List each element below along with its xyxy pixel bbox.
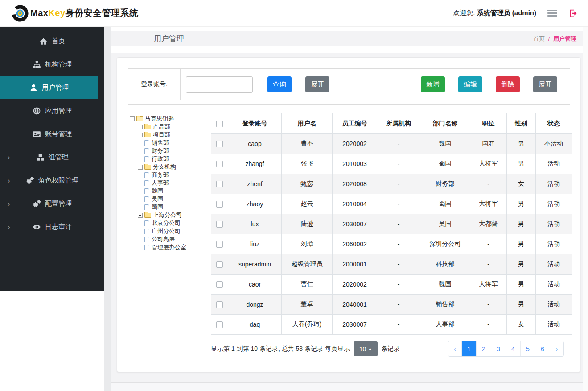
table-cell: 大都督 — [470, 214, 507, 234]
query-button[interactable]: 查询 — [267, 76, 292, 92]
tree-node[interactable]: 财务部 — [130, 147, 208, 155]
table-cell: - — [470, 315, 507, 335]
sidebar-item-config-mgmt[interactable]: ›配置管理 — [0, 192, 104, 215]
row-checkbox[interactable] — [216, 261, 223, 268]
table-row[interactable]: superadmin超级管理员2000001-科技部-男活动 — [211, 254, 572, 275]
delete-button[interactable]: 删除 — [496, 76, 520, 92]
table-row[interactable]: caor曹仁2020002-魏国大将军男活动 — [211, 275, 572, 295]
tree-expand-icon[interactable] — [138, 133, 143, 137]
page-button-4[interactable]: 4 — [506, 341, 521, 356]
row-checkbox[interactable] — [216, 161, 223, 167]
table-cell: 活动 — [536, 194, 572, 214]
content-area: 登录账号: 查询 展开 新增 编辑 删除 展开 — [111, 53, 583, 391]
row-checkbox[interactable] — [216, 241, 223, 248]
sidebar-item-org-mgmt[interactable]: 机构管理 — [0, 53, 104, 76]
tree-expand-icon[interactable] — [138, 165, 143, 170]
table-cell: - — [470, 234, 507, 254]
tree-node[interactable]: 广州分公司 — [130, 227, 208, 235]
tree-node[interactable]: 项目部 — [130, 131, 208, 139]
table-row[interactable]: liuz刘璋2060002-深圳分公司-男活动 — [211, 234, 572, 254]
tree-node[interactable]: 销售部 — [130, 139, 208, 147]
tree-node[interactable]: 行政部 — [130, 155, 208, 163]
tree-node[interactable]: 吴国 — [130, 195, 208, 203]
row-select-cell — [211, 234, 228, 254]
sidebar-item-log-audit[interactable]: ›日志审计 — [0, 215, 104, 238]
login-account-input[interactable] — [186, 76, 253, 93]
page-button-1[interactable]: 1 — [462, 341, 477, 356]
page-prev-button[interactable]: ‹ — [448, 341, 462, 356]
brand-logo[interactable]: MaxKey身份安全管理系统 — [12, 5, 139, 22]
tree-collapse-icon[interactable] — [130, 116, 135, 121]
tree-node[interactable]: 商务部 — [130, 171, 208, 179]
table-row[interactable]: caop曹丕2020002-魏国国君男不活动 — [211, 134, 572, 154]
table-cell: - — [377, 214, 420, 234]
column-header: 状态 — [536, 113, 572, 134]
tree-node[interactable]: 公司高层 — [130, 235, 208, 243]
welcome-text: 欢迎您: 系统管理员 (admin) — [453, 9, 536, 17]
tree-node[interactable]: 北京分公司 — [130, 219, 208, 227]
pagination-info: 显示第 1 到第 10 条记录, 总共 53 条记录 每页显示 10 ▲ 条记录 — [211, 341, 400, 356]
table-cell: 财务部 — [420, 174, 470, 194]
page-button-6[interactable]: 6 — [535, 341, 550, 356]
sidebar-item-home[interactable]: 首页 — [0, 29, 104, 53]
table-row[interactable]: lux陆逊2030007-吴国大都督男活动 — [211, 214, 572, 234]
table-row[interactable]: zhenf甄宓2020008-财务部-女活动 — [211, 174, 572, 194]
row-checkbox[interactable] — [216, 321, 223, 328]
login-account-label: 登录账号: — [141, 80, 168, 88]
table-row[interactable]: zhangf张飞2010003-蜀国大将军男活动 — [211, 154, 572, 174]
table-row[interactable]: dongz董卓2040001-销售部-男活动 — [211, 295, 572, 315]
tree-node[interactable]: 人事部 — [130, 179, 208, 187]
row-checkbox[interactable] — [216, 281, 223, 288]
page-button-5[interactable]: 5 — [521, 341, 535, 356]
page-title: 用户管理 — [154, 33, 184, 44]
table-cell: - — [470, 295, 507, 315]
breadcrumb-home[interactable]: 首页 — [533, 35, 545, 42]
sidebar-item-user-mgmt[interactable]: 用户管理 — [0, 76, 98, 99]
menu-toggle-icon[interactable] — [546, 8, 559, 18]
page-size-value: 10 — [359, 345, 366, 353]
tree-node[interactable]: 上海分公司 — [130, 211, 208, 219]
tree-node[interactable]: 分支机构 — [130, 163, 208, 171]
tree-node[interactable]: 蜀国 — [130, 203, 208, 211]
tree-expand-icon[interactable] — [138, 213, 143, 218]
tree-node[interactable]: 魏国 — [130, 187, 208, 195]
sidebar-item-app-mgmt[interactable]: 应用管理 — [0, 99, 104, 122]
edit-button[interactable]: 编辑 — [458, 76, 482, 92]
row-checkbox[interactable] — [216, 221, 223, 228]
table-cell: - — [377, 234, 420, 254]
table-cell: 2030007 — [333, 214, 377, 234]
logout-icon[interactable] — [568, 8, 578, 18]
sidebar-item-group-mgmt[interactable]: ›组管理 — [0, 146, 104, 169]
column-header: 所属机构 — [377, 113, 420, 134]
tree-node[interactable]: 产品部 — [130, 123, 208, 131]
table-cell: - — [377, 315, 420, 335]
table-cell: 男 — [507, 295, 536, 315]
page-size-dropdown[interactable]: 10 ▲ — [354, 341, 378, 356]
main-content: 用户管理 首页 / 用户管理 登录账号: 查询 — [111, 27, 583, 391]
select-all-checkbox[interactable] — [216, 121, 223, 127]
row-checkbox[interactable] — [216, 181, 223, 187]
sidebar-item-account-mgmt[interactable]: 账号管理 — [0, 122, 104, 146]
table-cell: zhaoy — [228, 194, 282, 214]
page-button-2[interactable]: 2 — [477, 341, 491, 356]
table-expand-button[interactable]: 展开 — [533, 76, 557, 92]
page-button-3[interactable]: 3 — [491, 341, 506, 356]
row-checkbox[interactable] — [216, 201, 223, 208]
search-expand-button[interactable]: 展开 — [305, 76, 329, 92]
row-select-cell — [211, 315, 228, 335]
sidebar-item-role-perm-mgmt[interactable]: ›角色权限管理 — [0, 169, 104, 192]
add-button[interactable]: 新增 — [421, 76, 445, 92]
table-row[interactable]: zhaoy赵云2010004-蜀国大将军男活动 — [211, 194, 572, 214]
chevron-right-icon: › — [8, 200, 10, 208]
row-checkbox[interactable] — [216, 141, 223, 147]
tree-expand-icon[interactable] — [138, 125, 143, 129]
table-cell: 大乔(乔玮) — [282, 315, 333, 335]
row-checkbox[interactable] — [216, 301, 223, 308]
page-next-button[interactable]: › — [550, 341, 563, 356]
tree-node[interactable]: 管理层办公室 — [130, 243, 208, 251]
scrollbar[interactable] — [583, 27, 588, 391]
sidebar-item-label: 首页 — [52, 37, 65, 46]
row-select-cell — [211, 134, 228, 154]
table-row[interactable]: daq大乔(乔玮)2030007-人事部-女活动 — [211, 315, 572, 335]
tree-node[interactable]: 马克思钥匙 — [130, 115, 208, 123]
